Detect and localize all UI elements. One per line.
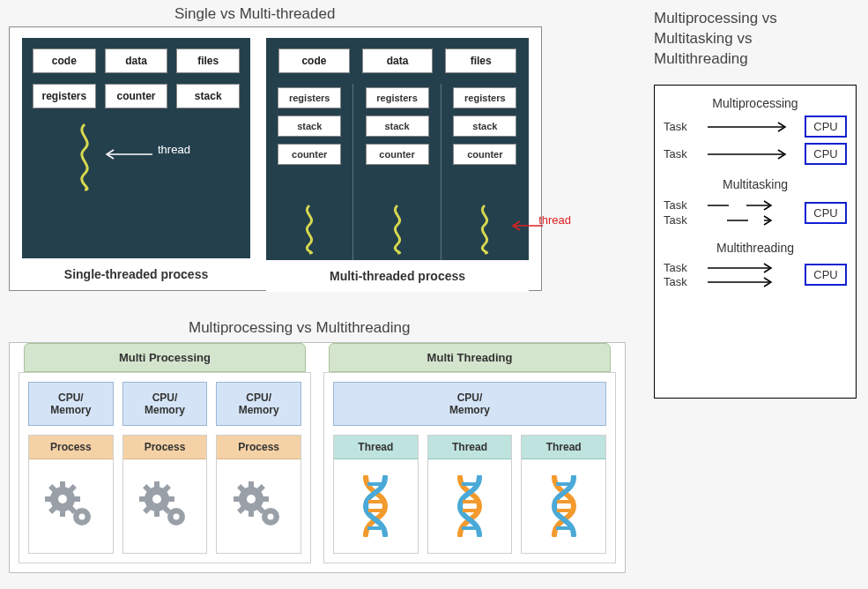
svg-rect-31 bbox=[234, 496, 241, 502]
arrow-icon bbox=[706, 148, 799, 160]
mpmt-frame: Multi Processing CPU/Memory CPU/Memory C… bbox=[9, 342, 626, 573]
svg-rect-29 bbox=[249, 510, 254, 517]
task-label: Task bbox=[664, 213, 701, 227]
svg-point-25 bbox=[174, 514, 180, 520]
chip-registers: registers bbox=[33, 84, 96, 108]
thread-label: Thread bbox=[522, 436, 605, 459]
mpmt-title: Multiprocessing vs Multithreading bbox=[189, 319, 410, 337]
process-label: Process bbox=[217, 436, 300, 459]
svg-rect-28 bbox=[249, 481, 254, 488]
chip-stack: stack bbox=[278, 116, 341, 137]
mp-header: Multi Processing bbox=[24, 343, 306, 372]
chip-code: code bbox=[278, 48, 350, 73]
task-label: Task bbox=[664, 198, 701, 212]
section-multithreading: Multithreading bbox=[664, 241, 847, 255]
svmt-title: Single vs Multi-threaded bbox=[174, 5, 335, 23]
chip-counter: counter bbox=[278, 144, 341, 165]
chip-counter: counter bbox=[453, 144, 516, 165]
right-title: Multiprocessing vs Multitasking vs Multi… bbox=[654, 9, 777, 70]
cpu-box: CPU/Memory bbox=[333, 382, 606, 426]
chip-registers: registers bbox=[278, 87, 341, 108]
dna-icon bbox=[451, 459, 488, 553]
process-label: Process bbox=[123, 436, 207, 459]
single-threaded-panel: code data files registers counter stack … bbox=[22, 38, 250, 290]
broken-arrow-icon bbox=[706, 199, 799, 212]
thread-label: Thread bbox=[428, 436, 512, 459]
thread-arrow-icon bbox=[103, 147, 154, 161]
chip-data: data bbox=[362, 48, 434, 73]
svg-rect-16 bbox=[154, 481, 160, 488]
thread-squiggle-icon bbox=[473, 204, 496, 255]
chip-stack: stack bbox=[366, 116, 429, 137]
thread-label: Thread bbox=[334, 436, 418, 459]
thread-label: thread bbox=[158, 143, 190, 156]
single-caption: Single-threaded process bbox=[22, 258, 250, 290]
chip-stack: stack bbox=[453, 116, 516, 137]
multi-threaded-panel: code data files registers stack counter … bbox=[266, 38, 529, 290]
cpu-box: CPU bbox=[805, 116, 847, 138]
svg-point-13 bbox=[79, 514, 85, 520]
task-label: Task bbox=[664, 275, 701, 288]
multiprocessing-column: Multi Processing CPU/Memory CPU/Memory C… bbox=[19, 343, 311, 563]
cpu-box: CPU/Memory bbox=[122, 382, 208, 426]
dna-icon bbox=[357, 459, 394, 553]
svmt-frame: code data files registers counter stack … bbox=[9, 26, 542, 291]
arrow-icon bbox=[706, 121, 799, 133]
svg-point-3 bbox=[58, 495, 67, 503]
svg-point-37 bbox=[267, 514, 273, 520]
chip-files: files bbox=[445, 48, 516, 73]
chip-counter: counter bbox=[105, 84, 168, 108]
svg-point-15 bbox=[152, 495, 161, 503]
thread-unit: Thread bbox=[333, 435, 419, 554]
chip-counter: counter bbox=[366, 144, 429, 165]
svg-rect-6 bbox=[73, 496, 80, 502]
process-unit: Process bbox=[28, 435, 114, 554]
process-label: Process bbox=[29, 436, 113, 459]
task-label: Task bbox=[664, 261, 701, 274]
chip-code: code bbox=[33, 48, 96, 73]
gears-icon bbox=[136, 459, 194, 553]
task-label: Task bbox=[664, 120, 701, 133]
right-frame: Multiprocessing Task CPU Task CPU Multit… bbox=[654, 85, 857, 399]
chip-stack: stack bbox=[176, 84, 240, 108]
svg-rect-30 bbox=[262, 496, 269, 502]
section-multitasking: Multitasking bbox=[664, 177, 847, 191]
chip-data: data bbox=[105, 48, 168, 73]
cpu-box: CPU bbox=[805, 143, 847, 165]
process-unit: Process bbox=[216, 435, 301, 554]
task-label: Task bbox=[664, 147, 701, 160]
thread-squiggle-icon bbox=[386, 204, 409, 255]
svg-rect-19 bbox=[139, 496, 146, 502]
thread-label: thread bbox=[538, 213, 571, 227]
section-multiprocessing: Multiprocessing bbox=[664, 96, 847, 110]
svg-rect-4 bbox=[60, 481, 65, 488]
svg-point-27 bbox=[247, 495, 256, 503]
multi-caption: Multi-threaded process bbox=[266, 260, 529, 292]
process-unit: Process bbox=[122, 435, 208, 554]
gears-icon bbox=[41, 459, 100, 553]
cpu-box: CPU bbox=[805, 264, 847, 286]
dna-icon bbox=[545, 459, 582, 553]
svg-rect-18 bbox=[167, 496, 174, 502]
chip-registers: registers bbox=[453, 87, 516, 108]
mt-header: Multi Threading bbox=[329, 343, 611, 372]
cpu-box: CPU bbox=[805, 202, 847, 224]
thread-unit: Thread bbox=[427, 435, 513, 554]
cpu-box: CPU/Memory bbox=[28, 382, 114, 426]
arrow-icon bbox=[706, 262, 799, 274]
svg-rect-5 bbox=[60, 510, 65, 517]
chip-registers: registers bbox=[366, 87, 429, 108]
multithreading-column: Multi Threading CPU/Memory Thread Thread bbox=[323, 343, 616, 563]
arrow-icon bbox=[706, 276, 799, 288]
broken-arrow-icon bbox=[706, 214, 799, 227]
svg-rect-17 bbox=[154, 510, 160, 517]
cpu-box: CPU/Memory bbox=[216, 382, 301, 426]
thread-unit: Thread bbox=[521, 435, 606, 554]
gears-icon bbox=[230, 459, 288, 553]
svg-rect-7 bbox=[45, 496, 52, 502]
thread-squiggle-icon bbox=[71, 123, 98, 191]
chip-files: files bbox=[176, 48, 240, 73]
thread-squiggle-icon bbox=[298, 204, 321, 255]
